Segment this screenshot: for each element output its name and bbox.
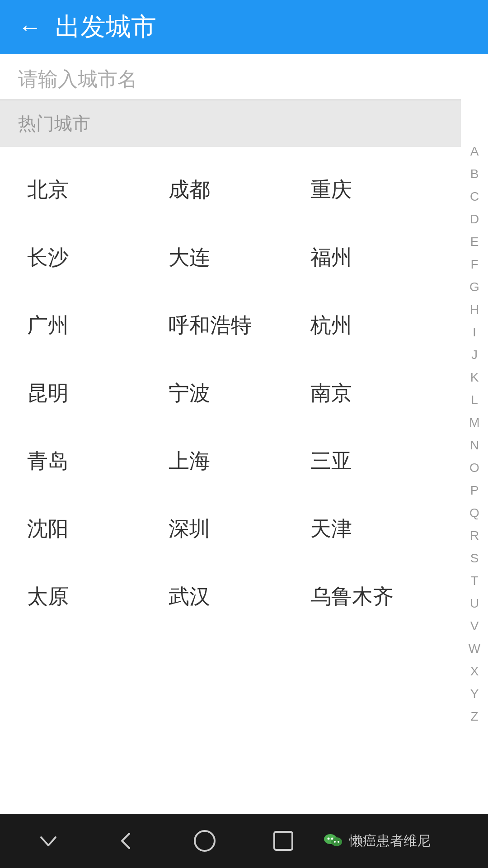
city-row: 广州呼和浩特杭州 [18, 292, 443, 359]
city-row: 长沙大连福州 [18, 224, 443, 292]
alpha-item-a[interactable]: A [461, 140, 488, 163]
svg-rect-1 [274, 832, 292, 850]
alpha-item-i[interactable]: I [461, 321, 488, 344]
alpha-item-e[interactable]: E [461, 231, 488, 253]
city-cell[interactable]: 呼和浩特 [160, 292, 301, 359]
city-cell[interactable]: 太原 [18, 563, 160, 631]
city-cell[interactable]: 乌鲁木齐 [301, 563, 443, 631]
section-header-hot-cities: 热门城市 [0, 100, 461, 147]
alpha-item-z[interactable]: Z [461, 705, 488, 728]
svg-point-4 [328, 838, 330, 840]
main-content: 热门城市 北京成都重庆长沙大连福州广州呼和浩特杭州昆明宁波南京青岛上海三亚沈阳深… [0, 54, 461, 814]
city-cell[interactable]: 沈阳 [18, 495, 160, 563]
alpha-item-p[interactable]: P [461, 479, 488, 502]
wechat-label: 懒癌患者维尼 [349, 832, 431, 850]
alpha-item-f[interactable]: F [461, 253, 488, 276]
city-cell[interactable]: 成都 [160, 156, 301, 224]
bottom-nav: 懒癌患者维尼 [0, 814, 488, 868]
nav-back-button[interactable] [87, 830, 165, 852]
nav-down-button[interactable] [9, 830, 87, 852]
wechat-icon [322, 830, 344, 852]
city-cell[interactable]: 武汉 [160, 563, 301, 631]
alpha-item-d[interactable]: D [461, 208, 488, 231]
city-cell[interactable]: 深圳 [160, 495, 301, 563]
alpha-item-s[interactable]: S [461, 547, 488, 570]
search-input[interactable] [18, 68, 443, 90]
alpha-item-n[interactable]: N [461, 434, 488, 457]
nav-wechat-area[interactable]: 懒癌患者维尼 [322, 830, 479, 852]
city-cell[interactable]: 昆明 [18, 359, 160, 427]
nav-recents-button[interactable] [244, 830, 322, 852]
alpha-item-j[interactable]: J [461, 344, 488, 366]
svg-point-6 [334, 841, 336, 843]
alpha-item-w[interactable]: W [461, 637, 488, 660]
alpha-item-k[interactable]: K [461, 366, 488, 389]
city-cell[interactable]: 长沙 [18, 224, 160, 292]
nav-home-button[interactable] [166, 829, 244, 853]
header: ← 出发城市 [0, 0, 488, 54]
alpha-item-c[interactable]: C [461, 185, 488, 208]
back-button[interactable]: ← [18, 14, 42, 41]
city-row: 青岛上海三亚 [18, 427, 443, 495]
alpha-item-q[interactable]: Q [461, 502, 488, 524]
city-cell[interactable]: 宁波 [160, 359, 301, 427]
alpha-item-y[interactable]: Y [461, 683, 488, 705]
alpha-item-r[interactable]: R [461, 524, 488, 547]
svg-point-0 [195, 831, 215, 851]
city-row: 昆明宁波南京 [18, 359, 443, 427]
city-cell[interactable]: 杭州 [301, 292, 443, 359]
alpha-item-g[interactable]: G [461, 276, 488, 298]
city-row: 太原武汉乌鲁木齐 [18, 563, 443, 631]
city-cell[interactable]: 北京 [18, 156, 160, 224]
alpha-item-x[interactable]: X [461, 660, 488, 683]
city-row: 北京成都重庆 [18, 156, 443, 224]
alpha-item-h[interactable]: H [461, 298, 488, 321]
city-cell[interactable]: 大连 [160, 224, 301, 292]
city-cell[interactable]: 上海 [160, 427, 301, 495]
alpha-item-o[interactable]: O [461, 457, 488, 479]
city-row: 沈阳深圳天津 [18, 495, 443, 563]
alpha-item-l[interactable]: L [461, 389, 488, 411]
city-cell[interactable]: 重庆 [301, 156, 443, 224]
city-cell[interactable]: 三亚 [301, 427, 443, 495]
city-cell[interactable]: 天津 [301, 495, 443, 563]
city-cell[interactable]: 南京 [301, 359, 443, 427]
alpha-item-b[interactable]: B [461, 163, 488, 185]
search-area [0, 54, 461, 100]
svg-point-5 [331, 838, 333, 840]
city-cell[interactable]: 广州 [18, 292, 160, 359]
city-cell[interactable]: 福州 [301, 224, 443, 292]
city-cell[interactable]: 青岛 [18, 427, 160, 495]
page-title: 出发城市 [55, 10, 156, 44]
alpha-item-m[interactable]: M [461, 411, 488, 434]
city-grid: 北京成都重庆长沙大连福州广州呼和浩特杭州昆明宁波南京青岛上海三亚沈阳深圳天津太原… [0, 147, 461, 640]
svg-point-7 [338, 841, 339, 843]
alpha-item-v[interactable]: V [461, 615, 488, 637]
alpha-item-u[interactable]: U [461, 592, 488, 615]
alpha-item-t[interactable]: T [461, 570, 488, 592]
alphabet-index: ABCDEFGHIJKLMNOPQRSTUVWXYZ [461, 54, 488, 814]
